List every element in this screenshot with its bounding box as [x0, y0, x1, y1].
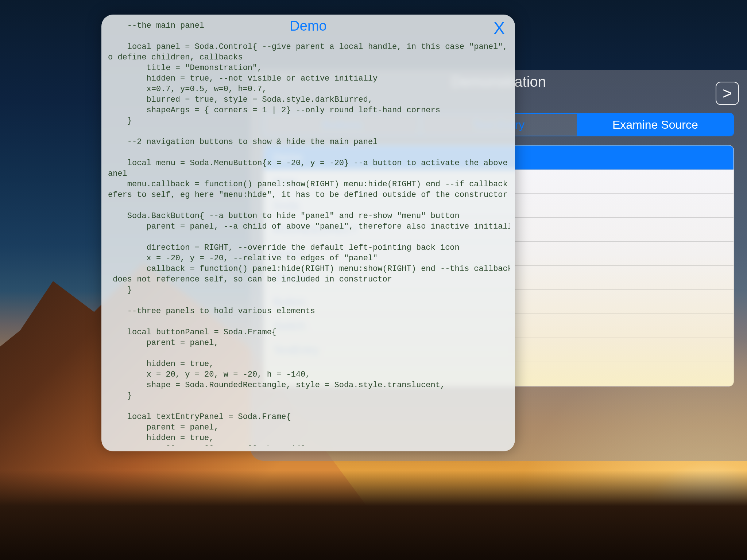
wallpaper-foreground	[0, 470, 747, 560]
source-viewer-window: Demo X --the main panel local panel = So…	[101, 15, 515, 451]
chevron-right-icon: >	[723, 84, 732, 102]
tab-examine-source[interactable]: Examine Source	[577, 114, 733, 136]
run-button[interactable]: >	[716, 82, 739, 105]
source-code[interactable]: --the main panel local panel = Soda.Cont…	[108, 20, 510, 446]
